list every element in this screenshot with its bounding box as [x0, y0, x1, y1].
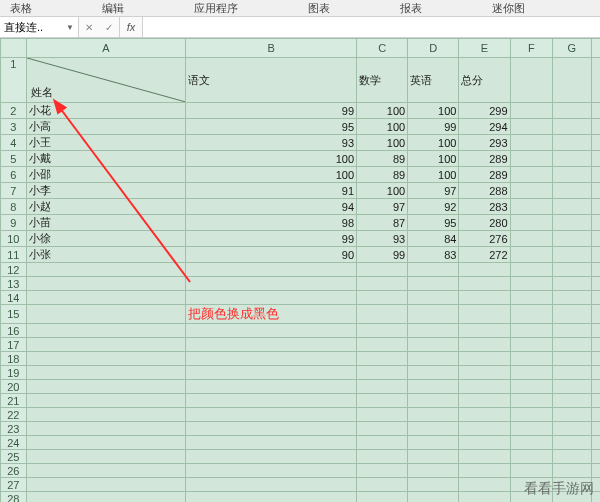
row-header[interactable]: 22	[1, 408, 27, 422]
row-header[interactable]: 16	[1, 324, 27, 338]
chevron-down-icon[interactable]: ▼	[66, 23, 74, 32]
cell[interactable]	[357, 291, 408, 305]
cell[interactable]: 99	[186, 231, 357, 247]
cell[interactable]	[26, 277, 186, 291]
menu-item[interactable]: 图表	[298, 1, 390, 16]
cell[interactable]: 语文	[186, 58, 357, 103]
cell[interactable]	[591, 103, 600, 119]
cell[interactable]	[357, 478, 408, 492]
cell[interactable]	[459, 394, 510, 408]
cell[interactable]: 87	[357, 215, 408, 231]
row-header[interactable]: 2	[1, 103, 27, 119]
cell[interactable]	[591, 215, 600, 231]
select-all-corner[interactable]	[1, 39, 27, 58]
cell[interactable]	[459, 450, 510, 464]
row-header[interactable]: 5	[1, 151, 27, 167]
cell[interactable]	[553, 366, 591, 380]
cell[interactable]	[357, 464, 408, 478]
cell[interactable]	[459, 352, 510, 366]
menu-item[interactable]: 表格	[0, 1, 92, 16]
row-header[interactable]: 13	[1, 277, 27, 291]
cell[interactable]	[553, 380, 591, 394]
cell[interactable]: 小邵	[26, 167, 186, 183]
cell[interactable]	[591, 394, 600, 408]
cell[interactable]	[408, 338, 459, 352]
cell[interactable]: 小李	[26, 183, 186, 199]
cell[interactable]	[357, 394, 408, 408]
cell[interactable]: 299	[459, 103, 510, 119]
cell[interactable]	[591, 478, 600, 492]
cell[interactable]	[408, 324, 459, 338]
row-header[interactable]: 3	[1, 119, 27, 135]
cell[interactable]: 小高	[26, 119, 186, 135]
cell[interactable]	[510, 436, 553, 450]
cell[interactable]: 94	[186, 199, 357, 215]
cell[interactable]	[591, 291, 600, 305]
cell[interactable]	[510, 199, 553, 215]
cell[interactable]	[459, 464, 510, 478]
column-header[interactable]: B	[186, 39, 357, 58]
cell[interactable]: 89	[357, 151, 408, 167]
cell[interactable]	[591, 199, 600, 215]
cell[interactable]	[510, 151, 553, 167]
cell[interactable]: 294	[459, 119, 510, 135]
column-header[interactable]: H	[591, 39, 600, 58]
cell[interactable]: 小戴	[26, 151, 186, 167]
cell[interactable]	[186, 263, 357, 277]
cell[interactable]	[408, 263, 459, 277]
cell[interactable]	[26, 436, 186, 450]
cell[interactable]	[553, 492, 591, 503]
cell[interactable]	[510, 338, 553, 352]
cell[interactable]	[510, 277, 553, 291]
cell[interactable]	[510, 167, 553, 183]
cell[interactable]	[459, 408, 510, 422]
cell[interactable]	[591, 380, 600, 394]
cell[interactable]	[408, 291, 459, 305]
cell[interactable]	[408, 394, 459, 408]
cell[interactable]	[591, 324, 600, 338]
cell[interactable]: 283	[459, 199, 510, 215]
menu-item[interactable]: 应用程序	[184, 1, 298, 16]
column-header[interactable]: D	[408, 39, 459, 58]
cell[interactable]: 90	[186, 247, 357, 263]
cell[interactable]	[553, 277, 591, 291]
cell[interactable]	[591, 366, 600, 380]
cell[interactable]: 93	[186, 135, 357, 151]
cell[interactable]	[459, 492, 510, 503]
cell[interactable]	[591, 352, 600, 366]
cell[interactable]	[510, 305, 553, 324]
cell[interactable]	[186, 277, 357, 291]
cell[interactable]	[553, 394, 591, 408]
cell[interactable]	[510, 408, 553, 422]
cell[interactable]	[408, 352, 459, 366]
cell[interactable]: 92	[408, 199, 459, 215]
cell[interactable]	[510, 380, 553, 394]
cell[interactable]	[186, 436, 357, 450]
cell[interactable]	[510, 324, 553, 338]
confirm-icon[interactable]: ✓	[105, 22, 113, 33]
cell[interactable]	[553, 231, 591, 247]
cell[interactable]	[553, 151, 591, 167]
cell[interactable]: 289	[459, 167, 510, 183]
menu-item[interactable]: 编辑	[92, 1, 184, 16]
cell[interactable]	[591, 436, 600, 450]
cell[interactable]	[510, 450, 553, 464]
cell[interactable]: 100	[357, 119, 408, 135]
cell[interactable]: 83	[408, 247, 459, 263]
cell[interactable]: 小张	[26, 247, 186, 263]
cell[interactable]	[553, 324, 591, 338]
cell[interactable]: 97	[357, 199, 408, 215]
cell[interactable]: 95	[186, 119, 357, 135]
cell[interactable]	[553, 408, 591, 422]
cell[interactable]	[357, 436, 408, 450]
cell[interactable]	[357, 324, 408, 338]
cell[interactable]	[26, 492, 186, 503]
row-header[interactable]: 27	[1, 478, 27, 492]
menu-item[interactable]: 报表	[390, 1, 482, 16]
row-header[interactable]: 4	[1, 135, 27, 151]
cell[interactable]	[591, 183, 600, 199]
cell[interactable]	[408, 436, 459, 450]
fx-icon[interactable]: fx	[120, 17, 143, 37]
cell[interactable]	[26, 380, 186, 394]
cell[interactable]	[26, 305, 186, 324]
